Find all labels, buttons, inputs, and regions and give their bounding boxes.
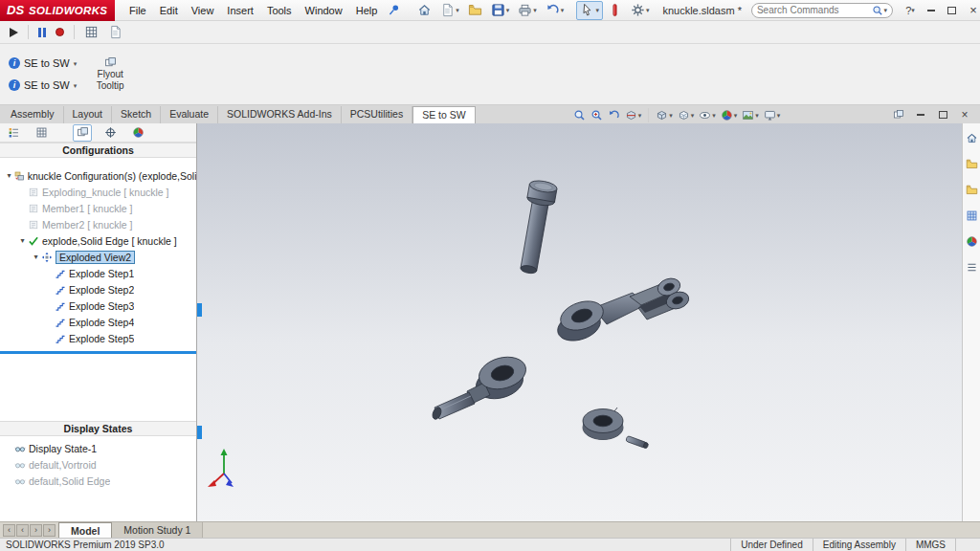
edit-macro-button[interactable] xyxy=(104,23,126,42)
configurationmanager-tab[interactable] xyxy=(73,124,92,142)
se-to-sw-button-1[interactable]: i SE to SW ▾ xyxy=(4,54,81,73)
restore-document-button[interactable] xyxy=(933,106,952,123)
scroll-first-button[interactable]: ‹ xyxy=(3,524,15,537)
close-button[interactable]: × xyxy=(964,2,980,19)
tree-item-explode-step4[interactable]: ▾ Explode Step4 xyxy=(0,314,196,330)
new-document-button[interactable]: ▾ xyxy=(436,1,463,20)
tree-item-member1[interactable]: ▾ Member1 [ knuckle ] xyxy=(0,200,196,216)
tab-solidworks-add-ins[interactable]: SOLIDWORKS Add-Ins xyxy=(218,106,342,123)
graphics-viewport[interactable] xyxy=(197,123,962,521)
tab-assembly[interactable]: Assembly xyxy=(2,106,64,123)
tab-evaluate[interactable]: Evaluate xyxy=(161,106,218,123)
display-style-button[interactable]: ▾ xyxy=(676,107,697,123)
menu-file[interactable]: File xyxy=(122,0,153,21)
tree-item-explode-step3[interactable]: ▾ Explode Step3 xyxy=(0,298,196,314)
tree-item-label: Explode Step5 xyxy=(69,333,134,344)
search-icon[interactable] xyxy=(872,5,883,16)
solidworks-resources-tab[interactable] xyxy=(962,129,980,146)
displaymanager-tab[interactable] xyxy=(128,124,147,142)
scroll-left-button[interactable]: ‹ xyxy=(16,524,29,537)
palette-grid-icon xyxy=(966,209,978,222)
apply-scene-button[interactable]: ▾ xyxy=(740,107,761,123)
section-view-button[interactable]: ▾ xyxy=(623,107,644,123)
display-state-item-2[interactable]: ▾ default,Vortroid xyxy=(0,456,196,473)
print-button[interactable]: ▾ xyxy=(514,1,541,20)
view-palette-tab[interactable] xyxy=(962,207,980,224)
tree-item-exploding-knucle[interactable]: ▾ Exploding_knucle [ knuckle ] xyxy=(0,184,196,200)
display-state-item-1[interactable]: ▾ Display State-1 xyxy=(0,440,196,456)
tab-sketch[interactable]: Sketch xyxy=(112,106,161,123)
se-to-sw-button-2[interactable]: i SE to SW ▾ xyxy=(4,76,81,95)
tab-model[interactable]: Model xyxy=(58,522,112,538)
scroll-last-button[interactable]: › xyxy=(43,524,56,537)
tree-item-explode-solid-edge[interactable]: ▾ explode,Solid Edge [ knuckle ] xyxy=(0,232,196,249)
search-input[interactable] xyxy=(757,5,872,15)
zoom-to-area-button[interactable] xyxy=(589,107,605,123)
expand-arrow-icon[interactable]: ▾ xyxy=(31,253,41,261)
tree-item-exploded-view2[interactable]: ▾ Exploded View2 xyxy=(0,249,196,265)
file-explorer-tab[interactable] xyxy=(962,181,980,198)
units-selector[interactable]: MMGS xyxy=(905,539,955,551)
macro-record-button[interactable] xyxy=(52,23,68,42)
tree-item-explode-step5[interactable]: ▾ Explode Step5 xyxy=(0,330,196,346)
menu-window[interactable]: Window xyxy=(299,0,349,21)
custom-properties-tab[interactable] xyxy=(962,258,980,276)
splitter-grip-top[interactable] xyxy=(197,303,202,317)
save-button[interactable]: ▾ xyxy=(487,1,514,20)
scroll-right-button[interactable]: › xyxy=(30,524,42,537)
tab-motion-study-1[interactable]: Motion Study 1 xyxy=(112,522,203,538)
command-search[interactable]: ▾ xyxy=(751,3,893,18)
pin-menu-button[interactable] xyxy=(384,1,404,20)
menu-insert[interactable]: Insert xyxy=(220,0,260,21)
expand-arrow-icon[interactable]: ▾ xyxy=(17,236,28,245)
menu-help[interactable]: Help xyxy=(349,0,385,21)
appearances-scenes-tab[interactable] xyxy=(962,232,980,250)
edit-appearance-button[interactable]: ▾ xyxy=(719,107,740,123)
tree-item-configurations-root[interactable]: ▾ knuckle Configuration(s) (explode,Soli… xyxy=(0,167,196,184)
open-button[interactable] xyxy=(464,1,486,20)
play-icon xyxy=(10,28,18,37)
view-settings-button[interactable]: ▾ xyxy=(762,107,783,123)
close-document-button[interactable]: × xyxy=(955,106,974,123)
statusbar-resize-grip xyxy=(955,539,980,551)
rebuild-button[interactable] xyxy=(604,1,626,20)
new-macro-button[interactable] xyxy=(80,23,102,42)
propertymanager-tab[interactable] xyxy=(32,124,51,142)
view-orientation-button[interactable]: ▾ xyxy=(654,107,675,123)
dimxpertmanager-tab[interactable] xyxy=(100,124,120,142)
tree-item-explode-step2[interactable]: ▾ Explode Step2 xyxy=(0,281,196,298)
tab-layout[interactable]: Layout xyxy=(64,106,113,123)
exploded-knuckle-assembly-view[interactable] xyxy=(197,123,962,521)
dropdown-caret-icon: ▾ xyxy=(561,7,565,13)
design-library-tab[interactable] xyxy=(962,155,980,172)
pin-icon xyxy=(388,4,400,16)
window-layout-button[interactable] xyxy=(889,106,908,123)
menu-tools[interactable]: Tools xyxy=(260,0,299,21)
help-button[interactable]: ?▾ xyxy=(901,2,920,19)
menu-edit[interactable]: Edit xyxy=(153,0,185,21)
tab-pcsutilities[interactable]: PCSUtilities xyxy=(342,106,412,123)
macro-pause-button[interactable] xyxy=(34,23,50,42)
splitter-grip-bottom[interactable] xyxy=(197,426,202,439)
flyout-tooltip-button[interactable]: Flyout Tooltip xyxy=(87,49,133,100)
minimize-button[interactable] xyxy=(922,2,941,19)
hide-show-items-button[interactable]: ▾ xyxy=(697,107,718,123)
minimize-document-button[interactable] xyxy=(911,106,930,123)
tab-se-to-sw[interactable]: SE to SW xyxy=(412,106,476,123)
macro-run-button[interactable] xyxy=(6,23,22,42)
search-scope-caret-icon[interactable]: ▾ xyxy=(883,7,887,13)
tree-item-explode-step1[interactable]: ▾ Explode Step1 xyxy=(0,265,196,281)
restore-button[interactable] xyxy=(943,2,962,19)
featuremanager-tab[interactable] xyxy=(4,124,23,142)
home-button[interactable] xyxy=(413,1,435,20)
part-collar-ring[interactable] xyxy=(583,408,623,440)
display-state-item-3[interactable]: ▾ default,Solid Edge xyxy=(0,473,196,489)
tree-item-member2[interactable]: ▾ Member2 [ knuckle ] xyxy=(0,216,196,232)
undo-button[interactable]: ▾ xyxy=(542,1,568,20)
select-tool-button[interactable]: ▾ xyxy=(576,1,603,20)
menu-view[interactable]: View xyxy=(185,0,221,21)
options-button[interactable]: ▾ xyxy=(627,1,654,20)
previous-view-button[interactable] xyxy=(606,107,622,123)
zoom-to-fit-button[interactable] xyxy=(571,107,588,123)
expand-arrow-icon[interactable]: ▾ xyxy=(4,171,14,180)
